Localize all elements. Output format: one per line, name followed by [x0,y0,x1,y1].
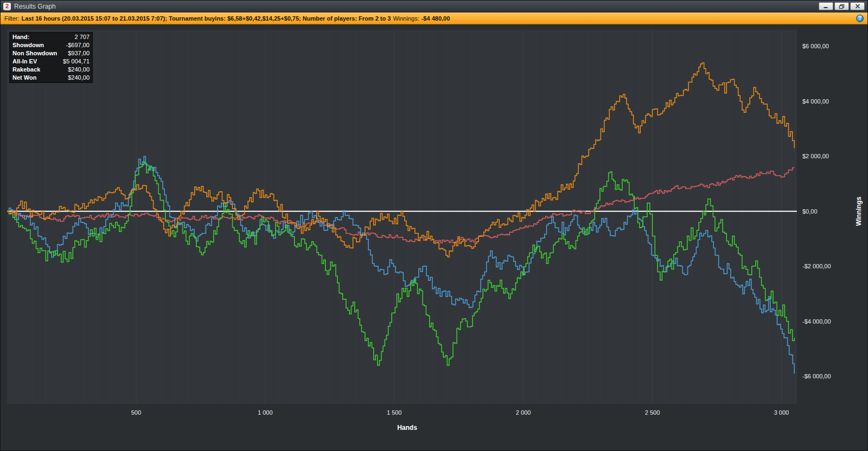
stats-panel: Hand: 2 707 Showdown -$697,00 Non Showdo… [9,32,93,83]
stat-value: $5 004,71 [63,58,90,65]
stat-label: Hand: [12,34,29,41]
stat-label: All-In EV [12,58,37,65]
stat-label: Rakeback [12,66,40,73]
window-title: Results Graph [14,3,56,10]
legend-row-rakeback: Rakeback $240,00 [10,66,92,74]
legend-row-non-showdown: Non Showdown $937,00 [10,49,92,57]
y-tick-label: $6 000,00 [802,43,829,49]
help-icon[interactable]: ? [856,15,864,22]
legend-row-net-won: Net Won $240,00 [10,74,92,82]
legend-row-showdown: Showdown -$697,00 [10,41,92,49]
y-tick-label: $2 000,00 [802,153,829,159]
y-tick-label: $0,00 [802,208,818,215]
legend-row-all-in-ev: All-In EV $5 004,71 [10,57,92,66]
x-tick-label: 3 000 [774,409,789,416]
minimize-icon [823,4,829,9]
filter-winnings-value: -$4 480,00 [422,15,450,22]
close-icon [855,4,860,9]
y-axis-title: Winnings [855,197,863,226]
x-axis-title: Hands [397,424,417,431]
filter-bar: Filter: Last 16 hours (20.03.2015 15:07 … [1,12,867,24]
x-tick-label: 2 500 [645,409,660,416]
stat-value: $240,00 [68,74,90,81]
stat-value: 2 707 [74,34,90,41]
chart-area: $6 000,00$4 000,00$2 000,00$0,00-$2 000,… [1,24,867,450]
results-chart[interactable]: $6 000,00$4 000,00$2 000,00$0,00-$2 000,… [1,24,868,450]
y-tick-label: -$2 000,00 [802,263,831,269]
stat-label: Net Won [12,74,36,81]
x-tick-label: 1 500 [387,409,402,416]
y-tick-label: -$4 000,00 [802,318,831,325]
stat-value: -$697,00 [66,42,90,49]
filter-label: Filter: [4,15,20,22]
minimize-button[interactable] [819,2,833,10]
filter-winnings-label: Winnings: [393,15,419,22]
stat-label: Showdown [12,42,44,49]
stat-value: $240,00 [68,66,90,73]
results-graph-window: 2 Results Graph Filter: Last 16 hours (2… [0,0,868,451]
legend-row-hand: Hand: 2 707 [10,33,92,41]
restore-button[interactable] [834,2,849,10]
window-controls [819,2,865,10]
x-tick-label: 500 [131,409,141,416]
close-button[interactable] [850,2,865,10]
restore-icon [839,4,845,9]
x-tick-label: 1 000 [258,409,273,416]
app-icon: 2 [3,3,11,10]
stat-label: Non Showdown [12,50,57,57]
stat-value: $937,00 [68,50,90,57]
titlebar: 2 Results Graph [1,1,867,12]
y-tick-label: $4 000,00 [802,98,829,105]
filter-criteria: Last 16 hours (20.03.2015 15:07 to 21.03… [22,15,391,22]
y-tick-label: -$6 000,00 [802,373,831,379]
x-tick-label: 2 000 [516,409,531,416]
